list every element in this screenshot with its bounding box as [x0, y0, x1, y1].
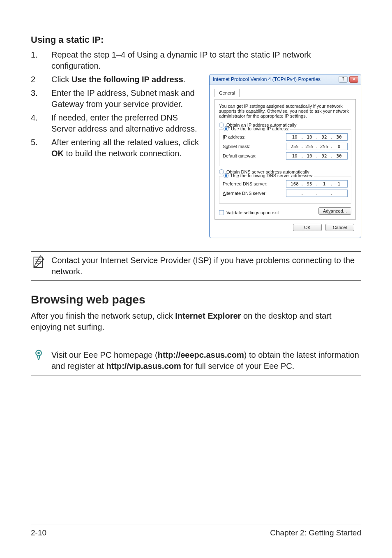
bold-text: http://vip.asus.com [106, 361, 181, 370]
radio-label: Use the following DNS server addresses: [231, 173, 314, 178]
step-2: 2 Click Use the following IP address. [31, 74, 202, 85]
dialog-description: You can get IP settings assigned automat… [219, 104, 351, 118]
step-num: 5. [31, 137, 51, 159]
text: After you finish the network setup, clic… [31, 311, 175, 320]
checkbox-label: Validate settings upon exit [226, 210, 279, 215]
step-text: Repeat the step 1–4 of Using a dynamic I… [51, 49, 361, 72]
close-button[interactable]: ✕ [349, 76, 358, 83]
divider [31, 280, 361, 281]
ip-address-input[interactable]: 10.10.92.30 [286, 133, 348, 141]
step-num: 3. [31, 88, 51, 110]
label-subnet-mask: Subnet mask: [223, 144, 286, 149]
fieldset-dns: Use the following DNS server addresses: … [219, 176, 351, 204]
alternate-dns-input[interactable]: ... [286, 190, 348, 197]
checkbox-icon [219, 210, 224, 215]
step-4: 4. If needed, enter the preferred DNS Se… [31, 112, 202, 134]
checkbox-validate-on-exit[interactable]: Validate settings upon exit [219, 210, 279, 215]
note-homepage: Visit our Eee PC homepage (http://eeepc.… [31, 346, 361, 375]
dialog-titlebar: Internet Protocol Version 4 (TCP/IPv4) P… [210, 74, 361, 85]
tip-icon [31, 350, 46, 364]
step-num: 2 [31, 74, 51, 85]
radio-label: Use the following IP address: [231, 126, 289, 131]
preferred-dns-input[interactable]: 168.95.1.1 [286, 180, 348, 188]
label-ip-address: IP address: [223, 134, 286, 139]
svg-point-5 [37, 352, 39, 354]
notepad-icon [31, 255, 46, 269]
subnet-mask-input[interactable]: 255.255.255.0 [286, 143, 348, 150]
steps-list: 1. Repeat the step 1–4 of Using a dynami… [31, 49, 361, 72]
step-num: 1. [31, 49, 51, 72]
advanced-button[interactable]: Advanced... [318, 207, 351, 215]
help-button[interactable]: ? [339, 76, 348, 83]
step-num: 4. [31, 112, 51, 134]
radio-use-ip[interactable]: Use the following IP address: [223, 126, 290, 131]
heading-static-ip: Using a static IP: [31, 35, 361, 45]
step-3: 3. Enter the IP address, Subnet mask and… [31, 88, 202, 110]
tab-general[interactable]: General [214, 89, 240, 97]
bold-text: Internet Explorer [175, 311, 241, 320]
step-text: After entering all the related values, c… [51, 137, 202, 159]
step-5: 5. After entering all the related values… [31, 137, 202, 159]
step-1: 1. Repeat the step 1–4 of Using a dynami… [31, 49, 361, 72]
tab-strip: General [214, 89, 356, 97]
label-default-gateway: Default gateway: [223, 153, 286, 158]
page-number: 2-10 [31, 528, 46, 537]
radio-icon [219, 169, 224, 174]
note-isp: Contact your Internet Service Provider (… [31, 251, 361, 281]
radio-icon [219, 123, 224, 127]
step-text: Enter the IP address, Subnet mask and Ga… [51, 88, 202, 110]
panel-general: You can get IP settings assigned automat… [214, 99, 356, 220]
label-alternate-dns: Alternate DNS server: [223, 191, 286, 196]
default-gateway-input[interactable]: 10.10.92.30 [286, 152, 348, 160]
text: . [183, 75, 186, 84]
divider [31, 375, 361, 375]
text: for full service of your Eee PC. [181, 361, 295, 370]
page-footer: 2-10 Chapter 2: Getting Started [31, 525, 361, 537]
fieldset-ip: Use the following IP address: IP address… [219, 129, 351, 166]
note-text: Visit our Eee PC homepage (http://eeepc.… [51, 350, 361, 372]
cancel-button[interactable]: Cancel [325, 224, 354, 231]
browsing-paragraph: After you finish the network setup, clic… [31, 310, 361, 333]
text: After entering all the related values, c… [51, 138, 199, 147]
text: Visit our Eee PC homepage ( [51, 350, 158, 359]
heading-browsing: Browsing web pages [31, 293, 361, 306]
label-preferred-dns: Preferred DNS server: [223, 181, 286, 186]
step-text: Click Use the following IP address. [51, 74, 202, 85]
step-text: If needed, enter the preferred DNS Serve… [51, 112, 202, 134]
radio-icon [224, 126, 228, 131]
bold-text: Use the following IP address [71, 75, 183, 84]
dialog-title: Internet Protocol Version 4 (TCP/IPv4) P… [213, 76, 321, 82]
bold-text: http://eeepc.asus.com [158, 350, 244, 359]
bold-text: OK [51, 149, 64, 158]
ipv4-properties-dialog: Internet Protocol Version 4 (TCP/IPv4) P… [209, 74, 361, 238]
text: to build the network connection. [64, 149, 182, 158]
text: Click [51, 75, 71, 84]
radio-icon [224, 173, 228, 178]
ok-button[interactable]: OK [293, 224, 322, 231]
note-text: Contact your Internet Service Provider (… [51, 255, 361, 277]
steps-list-cont: 2 Click Use the following IP address. 3.… [31, 74, 202, 159]
radio-use-dns[interactable]: Use the following DNS server addresses: [223, 173, 314, 178]
chapter-label: Chapter 2: Getting Started [270, 528, 361, 537]
